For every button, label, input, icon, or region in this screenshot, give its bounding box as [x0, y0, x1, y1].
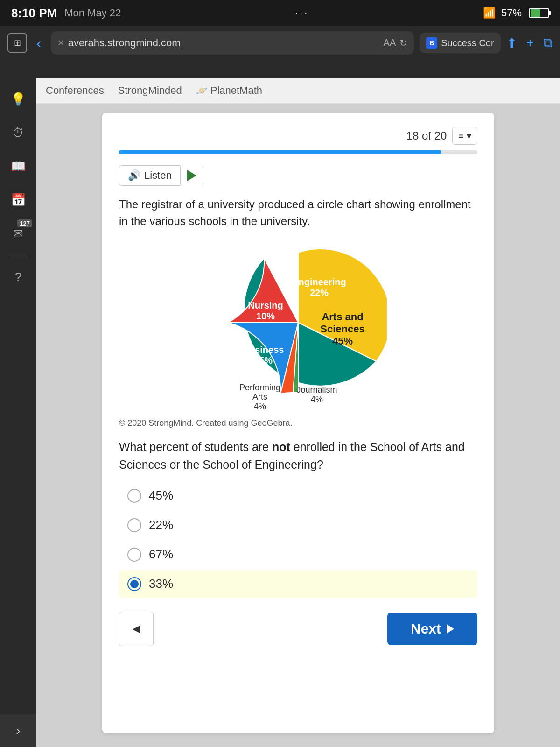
next-label: Next	[411, 621, 441, 637]
next-arrow-icon	[447, 624, 454, 634]
svg-text:Engineering: Engineering	[292, 277, 346, 287]
svg-text:10%: 10%	[256, 311, 275, 321]
choice-a-label: 45%	[149, 488, 173, 503]
svg-text:4%: 4%	[311, 395, 323, 404]
svg-text:Arts: Arts	[252, 392, 267, 402]
font-size-icon[interactable]: AA	[384, 37, 396, 49]
tabs-icon[interactable]: ⧉	[543, 35, 553, 51]
chevron-right-icon: ›	[16, 723, 20, 738]
speaker-icon: 🔊	[128, 169, 140, 182]
choice-d-label: 33%	[149, 577, 173, 591]
choice-a[interactable]: 45%	[119, 482, 477, 509]
svg-text:Business: Business	[243, 345, 284, 355]
sidebar-toggle-icon: ⊞	[14, 38, 21, 48]
status-bar: 8:10 PM Mon May 22 ··· 📶 57%	[0, 0, 560, 26]
menu-chevron-icon: ▾	[467, 130, 471, 141]
radio-a[interactable]	[127, 489, 141, 503]
sidebar-icon-calendar[interactable]: 📅	[6, 188, 30, 212]
menu-lines-icon: ≡	[458, 131, 464, 141]
back-button[interactable]: ‹	[33, 35, 45, 52]
svg-text:Sciences: Sciences	[320, 323, 364, 335]
svg-text:22%: 22%	[310, 288, 329, 298]
pie-chart: Arts and Sciences 45% Engineering 22% Nu…	[210, 241, 387, 414]
play-button[interactable]	[180, 166, 203, 185]
svg-text:Journalism: Journalism	[296, 385, 337, 395]
svg-text:15%: 15%	[254, 355, 273, 366]
browser-chrome: ⊞ ‹ ✕ averahs.strongmind.com AA ↻ B Succ…	[0, 26, 560, 78]
choice-c[interactable]: 67%	[119, 541, 477, 568]
main-content: 18 of 20 ≡ ▾ 🔊 Listen The registrar of a…	[36, 104, 560, 747]
choice-b-label: 22%	[149, 518, 173, 532]
tab-success-cor[interactable]: B Success Cor	[420, 33, 500, 53]
svg-text:4%: 4%	[254, 402, 266, 411]
question-counter-row: 18 of 20 ≡ ▾	[119, 127, 477, 145]
svg-text:45%: 45%	[332, 335, 353, 347]
address-icons: AA ↻	[384, 37, 408, 49]
menu-button[interactable]: ≡ ▾	[452, 127, 477, 145]
sidebar-icon-book[interactable]: 📖	[6, 154, 30, 178]
sidebar-icon-timer[interactable]: ⏱	[6, 120, 30, 145]
sidebar-icon-mail[interactable]: ✉ 127	[6, 221, 30, 246]
tab-favicon: B	[426, 37, 437, 49]
answer-bold: not	[272, 440, 290, 453]
radio-d[interactable]	[127, 577, 141, 591]
radio-d-fill	[130, 580, 139, 588]
sidebar-toggle-button[interactable]: ⊞	[7, 33, 27, 53]
listen-label: Listen	[144, 169, 172, 182]
pie-chart-container: Arts and Sciences 45% Engineering 22% Nu…	[119, 241, 477, 414]
chart-caption: © 2020 StrongMind. Created using GeoGebr…	[119, 418, 477, 428]
radio-c[interactable]	[127, 548, 141, 562]
status-right: 📶 57%	[483, 7, 549, 19]
sidebar-divider	[9, 255, 28, 255]
choice-d[interactable]: 33%	[119, 570, 477, 598]
new-tab-icon[interactable]: +	[526, 35, 534, 50]
play-triangle-icon	[187, 170, 196, 181]
browser-toolbar: ⊞ ‹ ✕ averahs.strongmind.com AA ↻ B Succ…	[0, 26, 560, 60]
mail-badge: 127	[17, 219, 32, 227]
question-counter: 18 of 20	[406, 129, 447, 142]
nav-buttons-row: ◄ Next	[119, 612, 477, 646]
svg-text:Nursing: Nursing	[248, 300, 283, 310]
reload-icon[interactable]: ↻	[399, 37, 407, 49]
listen-button[interactable]: 🔊 Listen	[119, 165, 180, 186]
choice-b[interactable]: 22%	[119, 511, 477, 539]
tab-strongminded[interactable]: StrongMinded	[118, 83, 182, 99]
address-text: averahs.strongmind.com	[68, 37, 380, 49]
content-card: 18 of 20 ≡ ▾ 🔊 Listen The registrar of a…	[102, 113, 494, 733]
close-tab-icon[interactable]: ✕	[57, 38, 64, 48]
address-bar[interactable]: ✕ averahs.strongmind.com AA ↻	[51, 31, 414, 55]
progress-bar-fill	[119, 150, 441, 154]
bottom-chevron[interactable]: ›	[0, 714, 36, 747]
sidebar-icon-lightbulb[interactable]: 💡	[6, 87, 30, 111]
status-day: Mon May 22	[64, 7, 121, 19]
tab-planetmath-container[interactable]: 🪐 PlanetMath	[196, 83, 262, 99]
question-prompt: The registrar of a university produced a…	[119, 196, 477, 230]
tab-label: Success Cor	[441, 38, 494, 49]
answer-pre: What percent of students are	[119, 440, 272, 453]
nav-tabs-bar: Conferences StrongMinded 🪐 PlanetMath	[36, 78, 560, 104]
wifi-icon: 📶	[483, 7, 496, 19]
tab-planetmath[interactable]: PlanetMath	[210, 83, 262, 99]
prev-button[interactable]: ◄	[119, 612, 154, 646]
browser-actions: ⬆ + ⧉	[506, 35, 553, 51]
left-sidebar: 💡 ⏱ 📖 📅 ✉ 127 ?	[0, 78, 36, 747]
next-button[interactable]: Next	[387, 613, 477, 645]
planetmath-icon: 🪐	[196, 85, 208, 96]
tab-conferences[interactable]: Conferences	[46, 83, 104, 99]
radio-b[interactable]	[127, 518, 141, 532]
status-time: 8:10 PM	[11, 6, 57, 21]
choice-c-label: 67%	[149, 547, 173, 562]
sidebar-icon-help[interactable]: ?	[6, 265, 30, 289]
status-dots: ···	[295, 7, 309, 19]
progress-bar	[119, 150, 477, 154]
svg-text:Arts and: Arts and	[322, 311, 363, 323]
battery-label: 57%	[501, 7, 522, 19]
battery-icon	[529, 8, 549, 18]
answer-question-text: What percent of students are not enrolle…	[119, 438, 477, 473]
svg-text:Performing: Performing	[239, 383, 280, 392]
share-icon[interactable]: ⬆	[506, 35, 517, 51]
listen-row: 🔊 Listen	[119, 165, 477, 186]
